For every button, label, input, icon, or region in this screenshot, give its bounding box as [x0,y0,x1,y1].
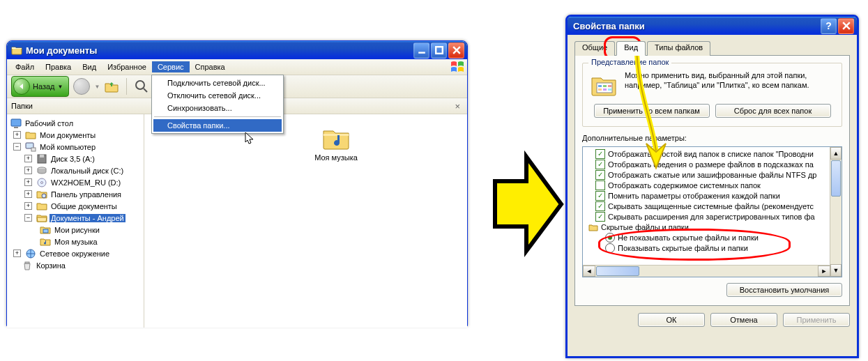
tab-view[interactable]: Вид [616,41,646,56]
svg-rect-8 [40,155,44,158]
hscrollbar[interactable]: ◄ ► [583,265,830,277]
scroll-hthumb[interactable] [596,266,639,276]
svg-rect-20 [598,89,602,91]
svg-rect-15 [25,262,29,263]
opt-remember-view[interactable]: Помнить параметры отображения каждой пап… [584,190,842,201]
tree-floppy[interactable]: + Диск 3,5 (A:) [7,153,144,164]
explorer-window: Мои документы Файл Правка Вид Избранное … [6,40,468,326]
disk-icon [36,165,47,176]
ok-button[interactable]: ОК [638,313,705,327]
content-pane[interactable]: Моя музыка [144,114,467,328]
help-button[interactable]: ? [821,18,837,34]
folder-icon [11,45,22,56]
folder-tree[interactable]: Рабочий стол + Мои документы − Мой компь… [7,114,144,328]
opt-file-size-tips[interactable]: Отображать сведения о размере файлов в п… [584,159,842,169]
folder-icon [36,201,47,212]
scroll-up-button[interactable]: ▲ [830,147,842,160]
back-button[interactable]: Назад ▼ [11,76,69,97]
cancel-button[interactable]: Отмена [710,313,777,327]
tree-mycomputer[interactable]: − Мой компьютер [7,141,144,153]
tree-desktop[interactable]: Рабочий стол [7,117,144,129]
vscrollbar[interactable]: ▲ ▼ [830,147,842,277]
content-label: Моя музыка [314,153,358,162]
maximize-button[interactable] [431,43,447,59]
menu-edit[interactable]: Правка [40,61,77,72]
tree-controlpanel[interactable]: + Панель управления [7,188,144,200]
menu-file[interactable]: Файл [10,61,40,72]
search-button[interactable] [134,79,149,94]
explorer-titlebar[interactable]: Мои документы [7,41,467,59]
windows-logo-icon [450,61,464,73]
svg-point-2 [136,81,144,89]
opt-ntfs-color[interactable]: Отображать сжатые или зашифрованные файл… [584,169,842,180]
tree-userdocs[interactable]: − Документы - Андрей [7,212,144,224]
svg-rect-3 [11,119,21,126]
svg-rect-19 [608,85,611,87]
folder-open-icon [36,213,47,224]
content-item-mymusic[interactable]: Моя музыка [305,123,367,162]
opt-hidden-files-node[interactable]: Скрытые файлы и папки [584,222,842,232]
close-button[interactable] [448,43,464,59]
tree-recycle[interactable]: Корзина [7,259,144,271]
group-legend: Представление папок [588,58,671,66]
panes-close-button[interactable]: × [452,101,463,112]
reset-all-button[interactable]: Сброс для всех папок [715,104,831,118]
scroll-down-button[interactable]: ▼ [830,264,842,277]
desktop-icon [10,118,22,129]
cd-icon [36,177,47,188]
client-area: Рабочий стол + Мои документы − Мой компь… [7,114,467,328]
tab-filetypes[interactable]: Типы файлов [647,41,710,56]
opt-show-hidden[interactable]: Показывать скрытые файлы и папки [584,243,842,253]
up-folder-button[interactable] [104,79,119,94]
tree-shareddocs[interactable]: + Общие документы [7,200,144,212]
restore-defaults-button[interactable]: Восстановить умолчания [726,283,842,297]
dd-folder-options[interactable]: Свойства папки... [153,119,282,132]
advanced-options-list[interactable]: Отображать простой вид папок в списке па… [582,146,842,277]
forward-button[interactable] [73,78,90,95]
menubar: Файл Правка Вид Избранное Сервис Справка [7,59,467,75]
group-text: Можно применить вид, выбранный для этой … [625,70,835,90]
dialog-titlebar[interactable]: Свойства папки ? [568,17,857,35]
minimize-button[interactable] [413,43,429,59]
tools-dropdown: Подключить сетевой диск... Отключить сет… [151,75,284,134]
dd-disconnect-drive[interactable]: Отключить сетевой диск... [153,89,282,102]
floppy-icon [36,153,47,164]
svg-rect-6 [31,148,36,151]
opt-simple-folder-view[interactable]: Отображать простой вид папок в списке па… [584,148,842,159]
dd-sync[interactable]: Синхронизовать... [153,102,282,114]
opt-system-folders[interactable]: Отображать содержимое системных папок [584,180,842,190]
panes-label: Папки [11,102,33,110]
opt-hide-extensions[interactable]: Скрывать расширения для зарегистрированн… [584,211,842,222]
svg-rect-1 [436,47,443,54]
tree-localdisk[interactable]: + Локальный диск (C:) [7,164,144,176]
svg-rect-17 [598,85,602,87]
tree-network[interactable]: + Сетевое окружение [7,247,144,259]
menu-view[interactable]: Вид [77,61,102,72]
svg-rect-22 [608,89,611,91]
opt-hide-protected[interactable]: Скрывать защищенные системные файлы (рек… [584,201,842,211]
svg-rect-16 [597,83,612,93]
apply-to-all-button[interactable]: Применить ко всем папкам [594,104,710,118]
menu-favorites[interactable]: Избранное [102,61,152,72]
scroll-thumb[interactable] [831,160,841,197]
folder-node-icon [588,222,598,232]
computer-icon [25,141,36,153]
dd-map-drive[interactable]: Подключить сетевой диск... [153,77,282,89]
opt-hide-hidden[interactable]: Не показывать скрытые файлы и папки [584,232,842,243]
scroll-left-button[interactable]: ◄ [583,266,595,277]
svg-rect-21 [603,89,607,91]
tree-mydocs[interactable]: + Мои документы [7,129,144,141]
menu-tools[interactable]: Сервис [152,61,190,72]
tree-mypictures[interactable]: Мои рисунки [7,224,144,236]
folder-options-dialog: Свойства папки ? Общие Вид Типы файлов П… [565,15,859,358]
svg-rect-0 [418,52,425,53]
apply-button[interactable]: Применить [783,313,850,327]
folder-icon [25,130,36,141]
tree-mymusic[interactable]: Моя музыка [7,236,144,247]
tab-general[interactable]: Общие [574,41,615,56]
explorer-title: Мои документы [26,45,413,56]
scroll-right-button[interactable]: ► [818,266,830,277]
tree-cddrive[interactable]: + WX2HOEM_RU (D:) [7,176,144,188]
menu-help[interactable]: Справка [190,61,231,72]
dialog-close-button[interactable] [838,18,854,34]
